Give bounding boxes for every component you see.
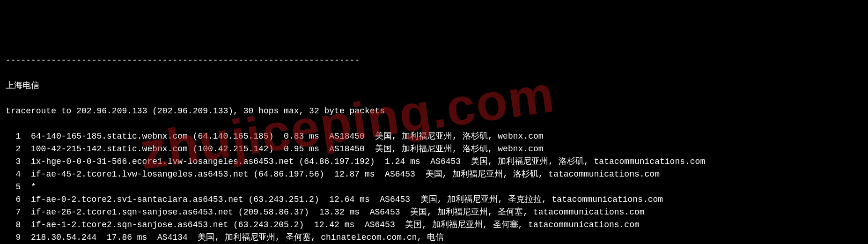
traceroute-hop-row: 7if-ae-26-2.tcore1.sqn-sanjose.as6453.ne… xyxy=(6,206,862,219)
traceroute-hops: 164-140-165-185.static.webnx.com (64.140… xyxy=(6,130,862,244)
hop-number: 5 xyxy=(6,181,21,193)
hop-number: 4 xyxy=(6,168,21,181)
traceroute-hop-row: 164-140-165-185.static.webnx.com (64.140… xyxy=(6,130,862,143)
traceroute-hop-row: 8if-ae-1-2.tcore2.sqn-sanjose.as6453.net… xyxy=(6,219,862,231)
hop-number: 2 xyxy=(6,143,21,155)
traceroute-hop-row: 4if-ae-45-2.tcore1.lvw-losangeles.as6453… xyxy=(6,168,862,181)
hop-details: 100-42-215-142.static.webnx.com (100.42.… xyxy=(31,143,544,155)
traceroute-hop-row: 3ix-hge-0-0-0-31-566.ecore1.lvw-losangel… xyxy=(6,155,862,168)
traceroute-hop-row: 6if-ae-0-2.tcore2.sv1-santaclara.as6453.… xyxy=(6,193,862,206)
hop-details: ix-hge-0-0-0-31-566.ecore1.lvw-losangele… xyxy=(31,155,705,168)
hop-details: 64-140-165-185.static.webnx.com (64.140.… xyxy=(31,130,544,143)
hop-details: if-ae-45-2.tcore1.lvw-losangeles.as6453.… xyxy=(31,168,660,181)
separator-line: ----------------------------------------… xyxy=(6,54,862,67)
traceroute-hop-row: 5* xyxy=(6,181,862,193)
hop-number: 7 xyxy=(6,206,21,219)
traceroute-command: traceroute to 202.96.209.133 (202.96.209… xyxy=(6,105,862,118)
hop-details: 218.30.54.244 17.86 ms AS4134 美国, 加利福尼亚州… xyxy=(31,231,444,244)
hop-number: 9 xyxy=(6,231,21,244)
hop-number: 1 xyxy=(6,130,21,143)
hop-details: if-ae-26-2.tcore1.sqn-sanjose.as6453.net… xyxy=(31,206,645,219)
hop-number: 8 xyxy=(6,219,21,231)
hop-number: 6 xyxy=(6,193,21,206)
hop-details: if-ae-0-2.tcore2.sv1-santaclara.as6453.n… xyxy=(31,193,663,206)
traceroute-hop-row: 2100-42-215-142.static.webnx.com (100.42… xyxy=(6,143,862,155)
hop-details: * xyxy=(31,181,36,193)
hop-details: if-ae-1-2.tcore2.sqn-sanjose.as6453.net … xyxy=(31,219,640,231)
traceroute-hop-row: 9218.30.54.244 17.86 ms AS4134 美国, 加利福尼亚… xyxy=(6,231,862,244)
hop-number: 3 xyxy=(6,155,21,168)
isp-title: 上海电信 xyxy=(6,80,862,92)
